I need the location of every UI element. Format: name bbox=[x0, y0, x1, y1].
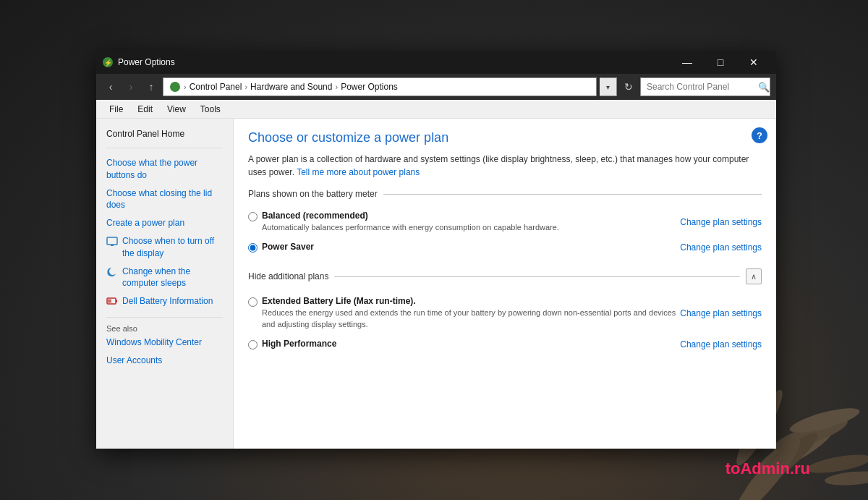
breadcrumb-power-options[interactable]: Power Options bbox=[341, 82, 398, 92]
sidebar-item-home[interactable]: Control Panel Home bbox=[96, 126, 233, 142]
menu-file[interactable]: File bbox=[102, 101, 130, 117]
sidebar-divider-1 bbox=[106, 148, 223, 148]
change-plan-link-high-performance[interactable]: Change plan settings bbox=[680, 339, 762, 349]
hide-section-toggle[interactable]: ∧ bbox=[746, 268, 762, 284]
plan-radio-extended[interactable] bbox=[248, 297, 258, 307]
monitor-icon bbox=[106, 237, 118, 248]
plans-section-divider bbox=[383, 194, 762, 195]
maximize-button[interactable]: □ bbox=[704, 51, 737, 74]
hide-section-divider bbox=[334, 276, 740, 277]
plan-desc-extended: Reduces the energy used and extends the … bbox=[262, 308, 680, 330]
hide-section-header: Hide additional plans ∧ bbox=[248, 268, 762, 284]
titlebar: ⚡ Power Options — □ ✕ bbox=[96, 51, 776, 74]
plan-radio-power-saver[interactable] bbox=[248, 243, 258, 253]
minimize-button[interactable]: — bbox=[671, 51, 704, 74]
change-plan-link-power-saver[interactable]: Change plan settings bbox=[680, 242, 762, 253]
content-area: Control Panel Home Choose what the power… bbox=[96, 119, 776, 449]
back-button[interactable]: ‹ bbox=[102, 78, 119, 96]
search-box: 🔍 bbox=[640, 77, 770, 96]
breadcrumb-sep-2: › bbox=[335, 82, 338, 91]
menu-edit[interactable]: Edit bbox=[130, 101, 160, 117]
change-plan-link-extended[interactable]: Change plan settings bbox=[680, 308, 762, 318]
main-panel: ? Choose or customize a power plan A pow… bbox=[234, 119, 776, 449]
search-icon[interactable]: 🔍 bbox=[758, 82, 770, 93]
hide-additional-plans-section: Hide additional plans ∧ Extended Battery… bbox=[248, 268, 762, 354]
menu-view[interactable]: View bbox=[160, 101, 193, 117]
window-icon: ⚡ bbox=[102, 56, 114, 68]
watermark: toAdmin.ru bbox=[726, 459, 810, 478]
plan-row-extended: Extended Battery Life (Max run-time). Re… bbox=[248, 292, 762, 334]
sidebar: Control Panel Home Choose what the power… bbox=[96, 119, 234, 449]
hide-section-label: Hide additional plans bbox=[248, 271, 334, 281]
sidebar-icon-label-battery: Dell Battery Information bbox=[122, 295, 213, 308]
svg-rect-15 bbox=[108, 300, 111, 303]
sidebar-icon-label-display: Choose when to turn off the display bbox=[122, 235, 223, 260]
up-button[interactable]: ↑ bbox=[142, 78, 160, 96]
sidebar-item-power-buttons[interactable]: Choose what the power buttons do bbox=[96, 154, 233, 185]
plan-power-saver-area: Power Saver bbox=[248, 242, 680, 253]
plan-radio-balanced[interactable] bbox=[248, 212, 258, 221]
battery-icon bbox=[106, 297, 118, 308]
navbar: ‹ › ↑ › Control Panel › Hardware and Sou… bbox=[96, 74, 776, 100]
sidebar-item-computer-sleeps[interactable]: Change when the computer sleeps bbox=[96, 263, 233, 293]
sidebar-icon-label-sleep: Change when the computer sleeps bbox=[122, 266, 223, 290]
close-button[interactable]: ✕ bbox=[737, 51, 770, 74]
tell-me-more-link[interactable]: Tell me more about power plans bbox=[297, 167, 420, 177]
breadcrumb-hardware[interactable]: Hardware and Sound bbox=[250, 82, 332, 92]
plans-section: Plans shown on the battery meter Balance… bbox=[248, 189, 762, 257]
address-separator: › bbox=[184, 82, 187, 91]
plan-name-power-saver: Power Saver bbox=[262, 242, 680, 252]
plan-info-high-performance: High Performance bbox=[262, 339, 680, 349]
help-button[interactable]: ? bbox=[752, 127, 767, 143]
plan-extended-area: Extended Battery Life (Max run-time). Re… bbox=[248, 296, 680, 330]
sidebar-item-create-plan[interactable]: Create a power plan bbox=[96, 214, 233, 232]
sidebar-item-dell-battery[interactable]: Dell Battery Information bbox=[96, 292, 233, 311]
page-title: Choose or customize a power plan bbox=[248, 130, 762, 145]
plan-row-power-saver: Power Saver Change plan settings bbox=[248, 237, 762, 257]
window-controls: — □ ✕ bbox=[671, 51, 770, 74]
moon-icon bbox=[106, 267, 118, 279]
plan-high-perf-area: High Performance bbox=[248, 339, 680, 349]
address-icon bbox=[169, 81, 181, 93]
plan-name-extended: Extended Battery Life (Max run-time). bbox=[262, 296, 680, 306]
sidebar-see-also-label: See also bbox=[96, 315, 148, 336]
forward-button[interactable]: › bbox=[122, 78, 140, 96]
sidebar-item-user-accounts[interactable]: User Accounts bbox=[96, 352, 233, 370]
svg-rect-14 bbox=[116, 300, 117, 302]
plans-section-label: Plans shown on the battery meter bbox=[248, 189, 383, 199]
breadcrumb-sep-1: › bbox=[244, 82, 247, 91]
plan-row-high-performance: High Performance Change plan settings bbox=[248, 334, 762, 354]
plan-row-balanced: Balanced (recommended) Automatically bal… bbox=[248, 206, 762, 237]
svg-rect-12 bbox=[111, 245, 114, 246]
plan-info-power-saver: Power Saver bbox=[262, 242, 680, 252]
description-text: A power plan is a collection of hardware… bbox=[248, 153, 762, 179]
plan-radio-high-performance[interactable] bbox=[248, 340, 258, 349]
svg-text:⚡: ⚡ bbox=[104, 59, 113, 67]
sidebar-item-closing-lid[interactable]: Choose what closing the lid does bbox=[96, 185, 233, 215]
change-plan-link-balanced[interactable]: Change plan settings bbox=[680, 217, 762, 227]
plans-section-header: Plans shown on the battery meter bbox=[248, 189, 762, 199]
svg-point-10 bbox=[170, 82, 180, 92]
sidebar-item-turn-off-display[interactable]: Choose when to turn off the display bbox=[96, 232, 233, 263]
window: ⚡ Power Options — □ ✕ ‹ › ↑ › Control Pa… bbox=[96, 51, 776, 449]
plan-balanced-area: Balanced (recommended) Automatically bal… bbox=[248, 211, 680, 233]
plan-name-high-performance: High Performance bbox=[262, 339, 680, 349]
address-dropdown-button[interactable]: ▾ bbox=[600, 77, 617, 96]
breadcrumb-control-panel[interactable]: Control Panel bbox=[190, 82, 242, 92]
refresh-button[interactable]: ↻ bbox=[620, 77, 637, 96]
window-title: Power Options bbox=[118, 57, 671, 67]
address-bar[interactable]: › Control Panel › Hardware and Sound › P… bbox=[163, 77, 597, 96]
search-input[interactable] bbox=[647, 82, 755, 92]
sidebar-item-mobility-center[interactable]: Windows Mobility Center bbox=[96, 334, 233, 352]
plan-name-balanced: Balanced (recommended) bbox=[262, 211, 680, 221]
menubar: File Edit View Tools bbox=[96, 100, 776, 119]
svg-rect-11 bbox=[107, 237, 117, 245]
menu-tools[interactable]: Tools bbox=[193, 101, 228, 117]
plan-desc-balanced: Automatically balances performance with … bbox=[262, 222, 680, 233]
plan-info-balanced: Balanced (recommended) Automatically bal… bbox=[262, 211, 680, 233]
plan-info-extended: Extended Battery Life (Max run-time). Re… bbox=[262, 296, 680, 330]
